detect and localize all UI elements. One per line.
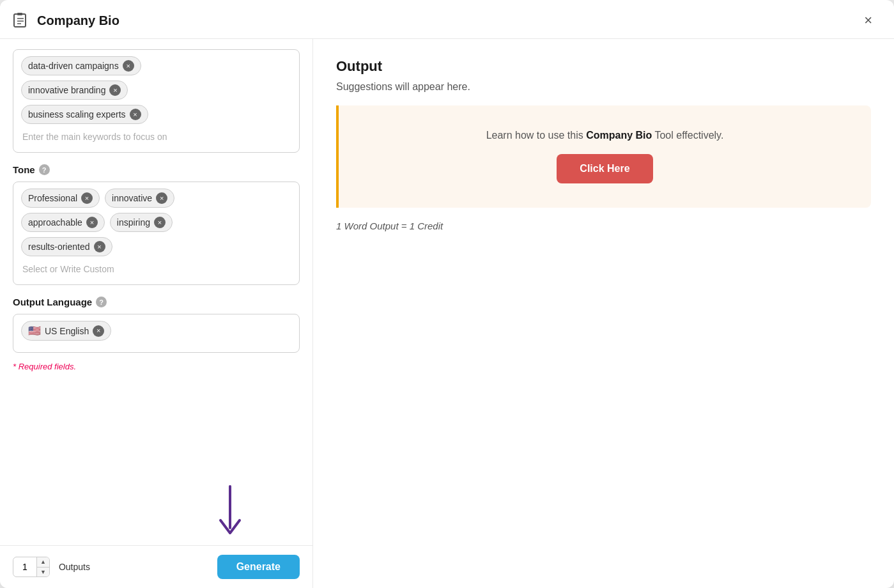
tone-tag-approachable: approachable × [21,213,105,232]
outputs-stepper[interactable]: ▲ ▼ [13,557,50,578]
tone-section: Tone ? Professional × innovative × [13,164,300,285]
language-tag-us-english: 🇺🇸 US English × [21,321,111,341]
modal-title: Company Bio [37,13,119,28]
output-language-section: Output Language ? 🇺🇸 US English × [13,297,300,353]
keyword-tags-row: data-driven campaigns × [21,56,291,75]
keyword-tag-data-driven: data-driven campaigns × [21,56,141,75]
output-info-bold: Company Bio [586,130,652,141]
tone-tags-box: Professional × innovative × approachable [13,182,300,285]
tone-tag-remove-inspiring[interactable]: × [154,217,166,228]
tone-tag-remove-results[interactable]: × [94,241,105,252]
keyword-tag-label: data-driven campaigns [28,61,119,71]
language-tag-label: US English [45,326,89,336]
right-panel: Output Suggestions will appear here. Lea… [313,39,894,588]
output-subtitle: Suggestions will appear here. [336,81,871,93]
credit-text: 1 Word Output = 1 Credit [336,220,871,231]
bottom-bar: ▲ ▼ Outputs Generate [0,545,312,588]
modal-title-area: Company Bio [13,12,119,29]
output-language-label-text: Output Language [13,297,92,307]
required-fields-text: * Required fields. [13,362,300,371]
tone-help-icon[interactable]: ? [39,164,50,175]
keyword-tag-remove-innovative[interactable]: × [109,84,121,96]
keyword-tag-label-business: business scaling experts [28,109,126,120]
stepper-down-button[interactable]: ▼ [37,568,49,577]
tone-tag-label-approachable: approachable [28,217,82,228]
keyword-tag-business: business scaling experts × [21,105,148,124]
language-tags-box: 🇺🇸 US English × [13,314,300,353]
tone-tag-remove-innovative[interactable]: × [156,192,167,204]
stepper-up-button[interactable]: ▲ [37,557,49,568]
keyword-tag-remove-data-driven[interactable]: × [123,60,134,72]
keywords-tags-area: data-driven campaigns × innovative brand… [13,49,300,153]
close-button[interactable]: × [860,12,876,29]
output-info-before: Learn how to use this [486,130,587,141]
modal-header: Company Bio × [0,0,894,39]
tone-placeholder: Select or Write Custom [21,261,291,277]
tone-label: Tone ? [13,164,300,175]
tone-tag-inspiring: inspiring × [110,213,173,232]
output-info-box: Learn how to use this Company Bio Tool e… [336,105,871,208]
keywords-placeholder: Enter the main keywords to focus on [21,129,291,144]
tone-row-1: Professional × innovative × [21,189,291,208]
svg-rect-0 [14,14,26,27]
generate-button[interactable]: Generate [217,555,300,579]
outputs-number-input[interactable] [13,559,36,575]
language-tag-row: 🇺🇸 US English × [21,321,291,341]
tone-tag-professional: Professional × [21,189,100,208]
tone-tag-label-inspiring: inspiring [117,217,150,228]
us-flag-icon: 🇺🇸 [28,325,41,337]
company-bio-icon [13,12,31,29]
output-info-text: Learn how to use this Company Bio Tool e… [486,130,724,141]
modal: Company Bio × data-driven campaigns × [0,0,894,588]
keyword-tags-row-2: innovative branding × [21,81,291,100]
keyword-tags-row-3: business scaling experts × [21,105,291,124]
keyword-tag-label-innovative: innovative branding [28,85,105,95]
tone-tag-innovative: innovative × [105,189,174,208]
tone-label-text: Tone [13,164,35,175]
tone-tag-label-professional: Professional [28,193,77,203]
stepper-buttons: ▲ ▼ [36,557,49,577]
tone-row-2: approachable × inspiring × [21,213,291,232]
click-here-button[interactable]: Click Here [557,154,652,183]
required-text-content: * Required fields. [13,362,76,371]
tone-tag-label-innovative: innovative [112,193,152,203]
tone-row-3: results-oriented × [21,237,291,256]
svg-rect-1 [17,13,22,15]
outputs-label: Outputs [59,562,90,572]
left-scroll-area[interactable]: data-driven campaigns × innovative brand… [0,39,312,545]
keyword-tag-innovative: innovative branding × [21,81,128,100]
tone-tag-remove-approachable[interactable]: × [86,217,98,228]
keyword-tag-remove-business[interactable]: × [130,109,141,120]
output-title: Output [336,58,871,75]
left-panel: data-driven campaigns × innovative brand… [0,39,313,588]
modal-body: data-driven campaigns × innovative brand… [0,39,894,588]
language-tag-remove[interactable]: × [93,325,104,337]
output-language-help-icon[interactable]: ? [96,297,107,307]
tone-tag-label-results: results-oriented [28,242,90,252]
tone-tag-results: results-oriented × [21,237,112,256]
output-info-after: Tool effectively. [652,130,723,141]
tone-tag-remove-professional[interactable]: × [81,192,93,204]
output-language-label: Output Language ? [13,297,300,307]
